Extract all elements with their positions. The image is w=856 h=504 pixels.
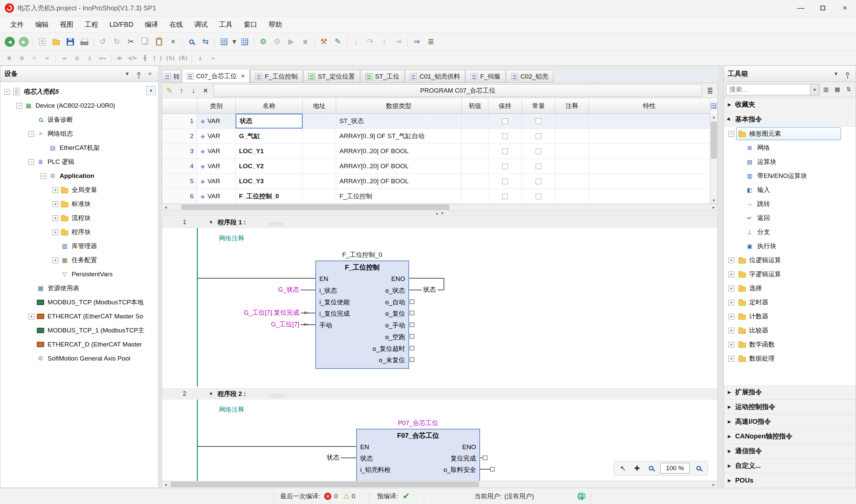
tree-expander-icon[interactable]: − (729, 131, 734, 137)
var-row-1[interactable]: 1◈VAR状态ST_状态 (162, 114, 710, 129)
tree-expander-icon[interactable]: + (729, 356, 734, 362)
scroll-right-icon[interactable]: ► (710, 204, 717, 210)
toolbox-section-basic[interactable]: ▶基本指令 (724, 112, 856, 127)
var-scope-cell[interactable]: ◈VAR (197, 189, 236, 204)
var-address-cell[interactable] (303, 174, 336, 188)
insert-negated-contact-button[interactable]: ⊣/⊢ (126, 53, 139, 64)
toolbox-item-6[interactable]: ⊥分支 (724, 225, 856, 239)
insert-contact-button[interactable]: ⊣⊢ (113, 53, 126, 64)
tree-expander-icon[interactable]: − (4, 89, 10, 95)
paste-button[interactable] (152, 35, 166, 49)
delete-button[interactable]: × (166, 35, 180, 49)
zoom-icon[interactable] (646, 463, 656, 473)
var-type-cell[interactable]: ARRAY[0..9] OF ST_气缸自动 (336, 129, 462, 143)
var-init-cell[interactable] (462, 159, 489, 174)
cut-button[interactable]: ✂ (124, 35, 138, 49)
network-1-header[interactable]: 1▼程序段 1 :...... (162, 217, 717, 228)
insert-reset-coil-button[interactable]: (R) (177, 53, 189, 64)
declaration-vscrollbar[interactable]: ▲ ▼ (710, 114, 717, 204)
editor-tab-3[interactable]: ST_定位位置 (303, 70, 360, 83)
force-values-button[interactable]: ⇒ (410, 35, 424, 49)
toolbox-section-bottom-2[interactable]: ▶高速I/O指令 (724, 414, 856, 429)
scrollbar-thumb[interactable] (171, 482, 479, 487)
device-tree-item-15[interactable]: MODBUS_TCP (ModbusTCP本地 (0, 295, 158, 309)
tree-expander-icon[interactable]: − (29, 159, 34, 165)
device-tree-item-2[interactable]: 设备诊断 (0, 113, 158, 127)
scroll-down-icon[interactable]: ▼ (711, 197, 717, 204)
network-2-header[interactable]: 2▼程序段 2 :...... (162, 388, 717, 400)
menu-build[interactable]: 编译 (139, 18, 164, 31)
toolbox-section-bottom-5[interactable]: ▶自定义... (724, 458, 856, 473)
zoom-level-field[interactable]: 100 % (660, 463, 690, 473)
var-type-cell[interactable]: F_工位控制 (336, 189, 462, 204)
var-address-cell[interactable] (303, 159, 336, 174)
var-scope-cell[interactable]: ◈VAR (197, 144, 236, 159)
insert-set-coil-button[interactable]: (S) (164, 53, 177, 64)
var-attr-cell[interactable] (589, 114, 710, 128)
declaration-hscrollbar[interactable]: ◄ ► (162, 204, 718, 211)
var-comment-cell[interactable] (555, 114, 589, 128)
operand-output[interactable]: 状态 (423, 285, 436, 294)
var-type-cell[interactable]: ST_状态 (336, 114, 462, 128)
network-comment[interactable]: 网络注释 (219, 406, 244, 414)
connection-box[interactable] (410, 322, 414, 327)
constant-checkbox[interactable] (536, 164, 541, 169)
toolbox-folder-7[interactable]: +数据处理 (724, 352, 856, 365)
device-tree-item-9[interactable]: +流程块 (0, 211, 158, 225)
var-name-cell[interactable]: F_工位控制_0 (236, 189, 303, 204)
var-attr-cell[interactable] (589, 159, 710, 174)
tree-expander-icon[interactable]: + (53, 201, 58, 207)
toolbox-filter-button[interactable]: ▥ (821, 85, 831, 95)
device-tree-item-8[interactable]: +标准块 (0, 197, 158, 211)
tree-expander-icon[interactable]: + (29, 314, 34, 319)
close-icon[interactable]: × (145, 69, 155, 79)
operand-input[interactable]: G_工位[7] (271, 320, 299, 329)
tab-close-icon[interactable]: × (241, 72, 245, 80)
print-button[interactable] (77, 35, 91, 49)
toolbox-folder-5[interactable]: +比较器 (724, 323, 856, 338)
scroll-up-icon[interactable]: ▲ (711, 114, 717, 121)
function-block-2[interactable]: F07_合芯工位EN状态i_铝壳料检ENO复位完成o_取料安全 (356, 429, 480, 481)
device-tree-item-13[interactable]: ▽PersistentVars (0, 267, 158, 281)
edit-declaration-button[interactable]: ✎ (164, 85, 175, 97)
open-file-button[interactable] (49, 35, 63, 49)
var-attr-cell[interactable] (589, 129, 710, 143)
step-over-button[interactable]: ↷ (363, 35, 377, 49)
redo-button[interactable]: ↻ (110, 35, 124, 49)
tree-expander-icon[interactable]: + (53, 215, 58, 221)
device-tree-item-7[interactable]: +全局变量 (0, 183, 158, 197)
network-comment[interactable]: 网络注释 (219, 234, 244, 243)
function-block-1[interactable]: F_工位控制ENi_状态i_复位使能i_复位完成手动ENOo_状态o_自动o_复… (315, 260, 409, 369)
var-attr-cell[interactable] (589, 189, 710, 204)
constant-checkbox[interactable] (536, 133, 541, 139)
connection-box[interactable] (410, 357, 414, 362)
operand-input[interactable]: G_状态 (278, 285, 299, 294)
device-tree-item-11[interactable]: ▥库管理器 (0, 239, 158, 253)
save-button[interactable] (63, 35, 77, 49)
insert-parallel-contact-button[interactable]: ╫ (139, 53, 151, 64)
var-name-cell[interactable]: G_气缸 (236, 129, 303, 143)
retain-checkbox[interactable] (502, 164, 508, 169)
select-cursor-icon[interactable]: ↖ (618, 463, 628, 473)
device-tree-item-6[interactable]: −⚙Application (0, 169, 158, 183)
toolbox-section-bottom-4[interactable]: ▶通信指令 (724, 444, 856, 458)
device-tree-item-16[interactable]: +ETHERCAT (EtherCAT Master So (0, 309, 158, 323)
navigate-forward-button[interactable]: ▶ (17, 35, 31, 49)
var-type-cell[interactable]: ARRAY[0..20] OF BOOL (336, 159, 462, 174)
var-init-cell[interactable] (462, 189, 489, 204)
var-attr-cell[interactable] (589, 174, 710, 188)
compile-dropdown-button[interactable]: ▾ (231, 35, 238, 49)
editor-tab-1[interactable]: C07_合芯工位× (182, 70, 250, 83)
sort-variables-button[interactable]: ≣ (704, 85, 716, 97)
toolbox-item-4[interactable]: →跳转 (724, 197, 856, 211)
menu-ldfbd[interactable]: LD/FBD (104, 18, 139, 31)
var-name-cell[interactable]: 状态 (236, 114, 303, 128)
tree-expander-icon[interactable]: + (729, 328, 734, 334)
toolbox-folder-ladder-elements[interactable]: −梯形图元素 (724, 127, 856, 141)
connection-box[interactable] (410, 346, 414, 350)
toolbox-folder-2[interactable]: +选择 (724, 281, 856, 295)
var-comment-cell[interactable] (555, 129, 589, 143)
ladder-hscrollbar[interactable]: ◄ ► (162, 481, 718, 488)
device-tree-item-3[interactable]: −×网络组态 (0, 127, 158, 141)
toolbox-folder-4[interactable]: +计数器 (724, 309, 856, 323)
